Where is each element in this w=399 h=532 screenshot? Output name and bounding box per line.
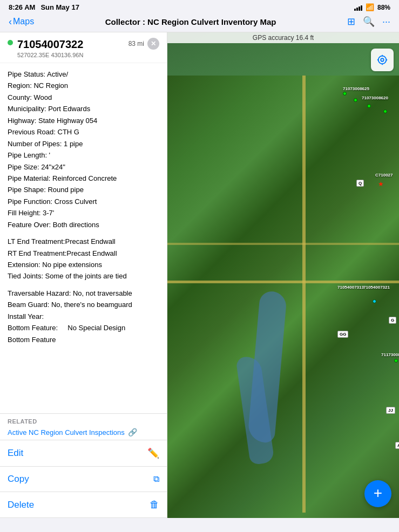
label-71054007313: 71054007313 xyxy=(337,285,364,290)
map-dot-r2 xyxy=(394,359,398,363)
road-box-aa: AA xyxy=(395,442,399,449)
attr-rt-end: RT End Treatment:Precast Endwall xyxy=(8,248,159,259)
add-icon: + xyxy=(374,486,382,501)
road-box-jj: JJ xyxy=(386,407,395,414)
add-button[interactable]: + xyxy=(364,480,391,507)
copy-button[interactable]: Copy ⧉ xyxy=(0,467,167,492)
attr-traversable: Traversable Hazard: No, not traversable xyxy=(8,288,159,299)
road-box-q: Q xyxy=(356,180,364,187)
attr-feature-over: Feature Over: Both directions xyxy=(8,219,159,230)
attr-pipe-function: Pipe Function: Cross Culvert xyxy=(8,196,159,207)
nav-actions: ⊞ 🔍 ··· xyxy=(347,16,390,28)
delete-button[interactable]: Delete 🗑 xyxy=(0,492,167,518)
link-icon: 🔗 xyxy=(128,428,137,436)
feature-coords: 527022.35E 430136.96N xyxy=(17,52,83,58)
red-marker-1: ★ xyxy=(378,180,384,188)
close-icon: ✕ xyxy=(151,40,156,47)
svg-point-0 xyxy=(381,58,384,62)
attr-pipe-length: Pipe Length: ' xyxy=(8,149,159,161)
feature-id: 71054007322 xyxy=(17,38,83,51)
attr-pipe-shape: Pipe Shape: Round pipe xyxy=(8,184,159,195)
label-71073008620: 71073008620 xyxy=(362,96,388,100)
close-button[interactable]: ✕ xyxy=(147,38,159,50)
label-c710027: C710027 xyxy=(375,173,393,178)
distance-label: 83 mi xyxy=(129,40,144,47)
attr-extension: Extension: No pipe extensions xyxy=(8,259,159,270)
road-box-g: G xyxy=(389,317,396,324)
status-bar: 8:26 AM Sun May 17 📶 88% xyxy=(0,0,399,13)
map-background: GPS accuracy 16.4 ft xyxy=(167,32,399,518)
location-button[interactable] xyxy=(371,49,394,71)
back-button[interactable]: ‹ Maps xyxy=(9,16,34,28)
feature-header: 71054007322 527022.35E 430136.96N 83 mi … xyxy=(0,32,167,63)
wifi-icon: 📶 xyxy=(366,3,374,11)
attr-pipe-status: Pipe Status: Active/ xyxy=(8,69,159,80)
main-layout: 71054007322 527022.35E 430136.96N 83 mi … xyxy=(0,32,399,518)
attr-prev-road: Previous Road: CTH G xyxy=(8,126,159,138)
copy-icon: ⧉ xyxy=(153,474,159,484)
attr-region: Region: NC Region xyxy=(8,80,159,91)
map-dot-1 xyxy=(343,92,347,96)
attr-pipe-size: Pipe Size: 24"x24" xyxy=(8,161,159,173)
attr-highway: Highway: State Highway 054 xyxy=(8,115,159,126)
map-dot-2 xyxy=(354,98,357,102)
delete-icon: 🗑 xyxy=(150,499,159,510)
edit-label: Edit xyxy=(8,448,23,459)
attr-beam-guard: Beam Guard: No, there's no beamguard xyxy=(8,299,159,310)
feature-attributes: Pipe Status: Active/ Region: NC Region C… xyxy=(0,63,167,413)
nav-title: Collector : NC Region Culvert Inventory … xyxy=(105,17,276,26)
edit-icon: ✏️ xyxy=(147,447,159,459)
status-time: 8:26 AM xyxy=(9,3,35,11)
attr-tied-joints: Tied Joints: Some of the joints are tied xyxy=(8,270,159,282)
gps-accuracy-text: GPS accuracy 16.4 ft xyxy=(253,34,314,42)
search-icon[interactable]: 🔍 xyxy=(363,16,375,28)
battery-indicator: 88% xyxy=(377,4,390,11)
gps-accuracy-bar: GPS accuracy 16.4 ft xyxy=(167,32,399,43)
signal-icon xyxy=(354,4,362,11)
attr-bottom-feature: Bottom Feature: No Special Design xyxy=(8,322,159,333)
attr-install-year: Install Year: xyxy=(8,311,159,322)
map-panel[interactable]: GPS accuracy 16.4 ft xyxy=(167,32,399,518)
map-dot-4 xyxy=(383,110,387,113)
attr-bottom-feature-2: Bottom Feature xyxy=(8,334,159,345)
related-label: RELATED xyxy=(8,418,159,425)
more-icon[interactable]: ··· xyxy=(382,16,390,28)
attr-num-pipes: Number of Pipes: 1 pipe xyxy=(8,138,159,149)
map-dot-3 xyxy=(367,104,371,108)
label-71054007321: 71054007321 xyxy=(363,285,390,290)
attr-municipality: Municipality: Port Edwards xyxy=(8,103,159,114)
map-dot-r1 xyxy=(373,299,376,303)
svg-point-1 xyxy=(378,56,387,64)
status-dot xyxy=(8,40,13,45)
back-label: Maps xyxy=(13,17,34,26)
label-71173008735: 71173008735 xyxy=(381,352,399,357)
road-box-gg: GG xyxy=(337,331,348,338)
left-panel: 71054007322 527022.35E 430136.96N 83 mi … xyxy=(0,32,167,518)
nav-bar: ‹ Maps Collector : NC Region Culvert Inv… xyxy=(0,13,399,32)
edit-button[interactable]: Edit ✏️ xyxy=(0,440,167,467)
related-link-text: Active NC Region Culvert Inspections xyxy=(8,428,125,436)
attr-pipe-material: Pipe Material: Reinforced Concrete xyxy=(8,173,159,184)
attr-lt-end: LT End Treatment:Precast Endwall xyxy=(8,236,159,247)
attr-county: County: Wood xyxy=(8,92,159,103)
related-section: RELATED Active NC Region Culvert Inspect… xyxy=(0,413,167,440)
label-71073008625: 71073008625 xyxy=(343,86,369,91)
related-link[interactable]: Active NC Region Culvert Inspections 🔗 xyxy=(8,428,159,436)
copy-label: Copy xyxy=(8,474,29,485)
layers-icon[interactable]: ⊞ xyxy=(347,16,355,28)
action-buttons: Edit ✏️ Copy ⧉ Delete 🗑 xyxy=(0,440,167,518)
status-date: Sun May 17 xyxy=(40,3,79,11)
attr-fill-height: Fill Height: 3-7' xyxy=(8,207,159,219)
delete-label: Delete xyxy=(8,500,34,510)
chevron-left-icon: ‹ xyxy=(9,16,12,28)
